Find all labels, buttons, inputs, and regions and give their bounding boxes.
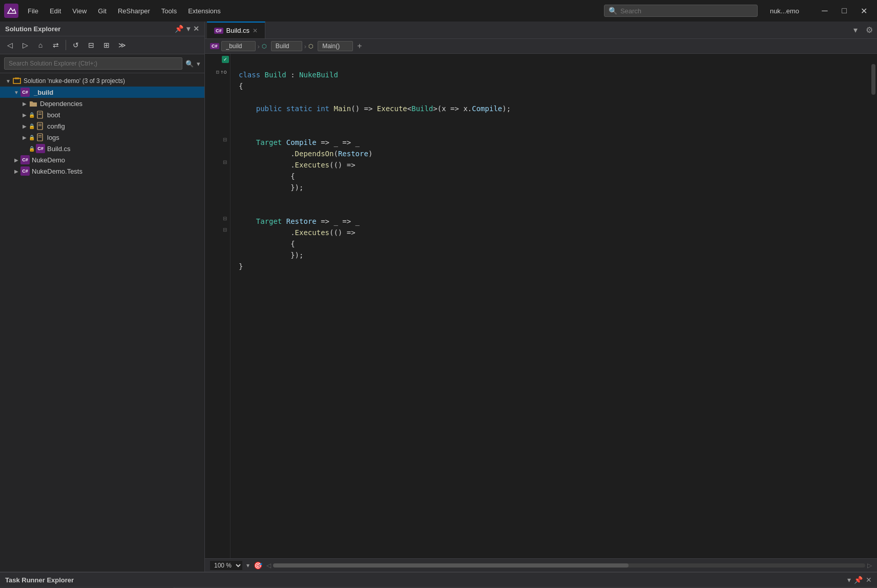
- tree-item-logs[interactable]: ▶ 🔒 logs: [0, 132, 204, 143]
- breadcrumb-type[interactable]: ⬡ Build: [262, 41, 302, 51]
- se-sync-button[interactable]: ⇄: [49, 38, 62, 52]
- tree-item-build-project[interactable]: ▼ C# _build: [0, 87, 204, 98]
- close-button[interactable]: ✕: [854, 3, 873, 18]
- panel-dropdown-icon[interactable]: ▾: [847, 576, 851, 584]
- gutter-line-3: [205, 89, 230, 100]
- se-refresh-button[interactable]: ↺: [69, 38, 82, 52]
- nukedemo-icon: C#: [20, 155, 30, 164]
- fold-icon-1[interactable]: ⊟: [216, 69, 219, 75]
- se-pin-icon[interactable]: 📌: [175, 25, 183, 33]
- se-forward-button[interactable]: ▷: [18, 38, 32, 52]
- breadcrumb-type-select[interactable]: Build: [271, 41, 302, 51]
- scroll-right-icon[interactable]: ▷: [867, 562, 872, 569]
- tree-item-config[interactable]: ▶ 🔒 config: [0, 120, 204, 132]
- window-title: nuk...emo: [762, 7, 807, 15]
- tree-item-nukedemo[interactable]: ▶ C# NukeDemo: [0, 154, 204, 165]
- menu-git[interactable]: Git: [93, 5, 112, 17]
- menu-view[interactable]: View: [67, 5, 92, 17]
- task-runner-panel: Task Runner Explorer ▾ 📌 ✕ ↺ Solution 'n…: [0, 572, 877, 588]
- zoom-dropdown[interactable]: ▾: [246, 562, 249, 569]
- se-home-button[interactable]: ⌂: [34, 38, 47, 52]
- fold-icon-restore[interactable]: ⊟: [223, 216, 227, 221]
- tree-item-nukedemo-tests[interactable]: ▶ C# NukeDemo.Tests: [0, 165, 204, 177]
- file-icon: [36, 110, 45, 119]
- gutter-fold-restore: ⊟: [205, 213, 230, 224]
- config-arrow: ▶: [20, 123, 29, 129]
- tree-item-boot[interactable]: ▶ 🔒 boot: [0, 109, 204, 120]
- svg-rect-4: [38, 113, 41, 113]
- tab-buildcs[interactable]: C# Build.cs ✕: [207, 22, 265, 38]
- se-separator: [66, 40, 66, 50]
- solution-explorer-panel: Solution Explorer 📌 ▾ ✕ ◁ ▷ ⌂ ⇄ ↺ ⊟ ⊞ ≫ …: [0, 22, 205, 572]
- se-filter-button[interactable]: ⊞: [100, 38, 113, 52]
- menu-extensions[interactable]: Extensions: [183, 5, 226, 17]
- scroll-thumb: [871, 64, 875, 95]
- breadcrumb-sep1: ›: [258, 43, 260, 50]
- se-search-input[interactable]: [4, 57, 182, 70]
- se-toolbar: ◁ ▷ ⌂ ⇄ ↺ ⊟ ⊞ ≫: [0, 36, 204, 54]
- breadcrumb-scope[interactable]: C# _build: [210, 41, 256, 51]
- editor-scrollbar[interactable]: [870, 54, 877, 558]
- tabs-dropdown[interactable]: ▾: [849, 25, 862, 35]
- menu-edit[interactable]: Edit: [45, 5, 66, 17]
- zoom-select[interactable]: 100 %: [210, 561, 242, 570]
- breadcrumb-scope-select[interactable]: _build: [221, 41, 256, 51]
- tab-buildcs-label: Build.cs: [226, 27, 250, 34]
- code-gutter: ✓ ⊟ ↑o ⊟: [205, 54, 231, 558]
- tab-close-button[interactable]: ✕: [253, 27, 258, 34]
- tree-item-solution[interactable]: ▼ Solution 'nuke-demo' (3 of 3 projects): [0, 75, 204, 87]
- solution-arrow: ▼: [4, 78, 12, 84]
- fold-icon-compile[interactable]: ⊟: [223, 137, 227, 142]
- menu-file[interactable]: File: [23, 5, 44, 17]
- search-icon: 🔍: [609, 7, 617, 15]
- svg-rect-11: [38, 137, 41, 137]
- solution-label: Solution 'nuke-demo' (3 of 3 projects): [24, 77, 125, 85]
- maximize-button[interactable]: □: [835, 3, 853, 18]
- se-more-button[interactable]: ≫: [115, 38, 129, 52]
- panel-pin-icon[interactable]: 📌: [854, 576, 863, 584]
- menu-resharper[interactable]: ReSharper: [113, 5, 155, 17]
- se-header-icons: 📌 ▾ ✕: [175, 25, 199, 33]
- editor-settings-icon[interactable]: ⚙: [862, 25, 877, 35]
- menu-tools[interactable]: Tools: [156, 5, 182, 17]
- gutter-line-4: [205, 100, 230, 111]
- se-tree: ▼ Solution 'nuke-demo' (3 of 3 projects)…: [0, 73, 204, 572]
- se-collapse-button[interactable]: ⊟: [85, 38, 98, 52]
- svg-rect-8: [38, 125, 41, 126]
- fold-icon-restore-executes[interactable]: ⊟: [223, 227, 227, 233]
- boot-label: boot: [47, 111, 60, 119]
- breadcrumb-member[interactable]: ⬡ Main(): [308, 41, 353, 51]
- gutter-line-8: [205, 145, 230, 156]
- h-scroll-thumb: [273, 563, 629, 568]
- se-close-icon[interactable]: ✕: [193, 25, 199, 33]
- fold-icon-executes[interactable]: ⊟: [223, 159, 227, 165]
- gutter-fold-executes: ⊟: [205, 156, 230, 167]
- se-search-dropdown[interactable]: ▾: [197, 60, 200, 68]
- tree-item-dependencies[interactable]: ▶ Dependencies: [0, 98, 204, 109]
- gutter-line-18: [205, 258, 230, 269]
- panel-close-icon[interactable]: ✕: [866, 576, 872, 584]
- breadcrumb-cs-icon: C#: [210, 43, 219, 49]
- code-content[interactable]: class Build : NukeBuild { public static …: [231, 54, 870, 558]
- search-box[interactable]: 🔍: [604, 5, 758, 17]
- editor-tabs: C# Build.cs ✕ ▾ ⚙: [205, 22, 877, 39]
- navigate-icon[interactable]: 🎯: [254, 561, 262, 570]
- breadcrumb-member-select[interactable]: Main(): [318, 41, 353, 51]
- csfile-icon: C#: [36, 144, 45, 153]
- se-search-button[interactable]: 🔍: [185, 60, 194, 68]
- buildcs-label: Build.cs: [47, 145, 71, 153]
- window-controls: ─ □ ✕: [816, 3, 873, 18]
- gutter-fold-compile: ⊟: [205, 134, 230, 145]
- breadcrumb-add-icon[interactable]: +: [357, 41, 362, 51]
- search-input[interactable]: [620, 7, 753, 15]
- build-project-arrow: ▼: [12, 90, 20, 95]
- vs-logo: [4, 4, 18, 18]
- file-icon-logs: [36, 133, 45, 142]
- main-layout: Solution Explorer 📌 ▾ ✕ ◁ ▷ ⌂ ⇄ ↺ ⊟ ⊞ ≫ …: [0, 22, 877, 572]
- minimize-button[interactable]: ─: [816, 3, 834, 18]
- scroll-left-icon[interactable]: ◁: [266, 562, 271, 569]
- tree-item-buildcs[interactable]: 🔒 C# Build.cs: [0, 143, 204, 154]
- se-back-button[interactable]: ◁: [3, 38, 16, 52]
- se-options-icon[interactable]: ▾: [186, 25, 190, 33]
- h-scrollbar-track[interactable]: [273, 563, 865, 568]
